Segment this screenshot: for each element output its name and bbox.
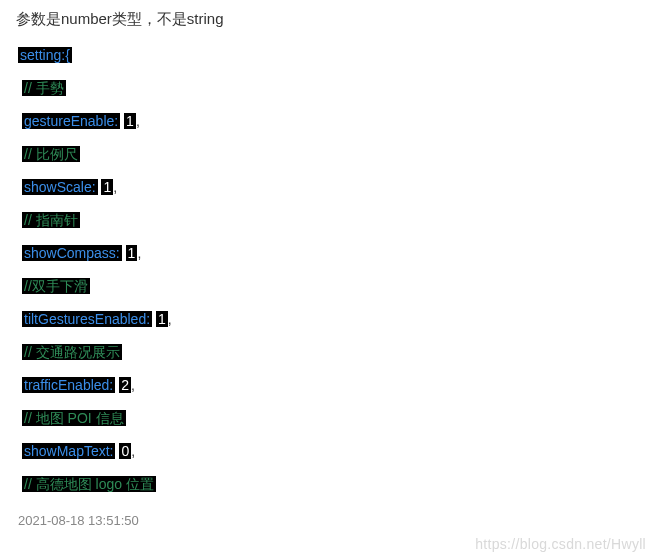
code-key: showMapText: [22, 443, 115, 459]
code-line: showScale: 1, [16, 177, 638, 198]
code-line: // 指南针 [16, 210, 638, 231]
code-value: 1 [156, 311, 168, 327]
code-value: 1 [126, 245, 138, 261]
code-line: // 高德地图 logo 位置 [16, 474, 638, 495]
code-comment: // 高德地图 logo 位置 [22, 476, 156, 492]
code-comment: // 比例尺 [22, 146, 80, 162]
code-value: 1 [101, 179, 113, 195]
code-line: tiltGesturesEnabled: 1, [16, 309, 638, 330]
code-key: trafficEnabled: [22, 377, 115, 393]
code-line: // 地图 POI 信息 [16, 408, 638, 429]
code-key: showCompass: [22, 245, 122, 261]
code-comment: // 指南针 [22, 212, 80, 228]
code-value: 1 [124, 113, 136, 129]
code-comment: // 地图 POI 信息 [22, 410, 126, 426]
code-line: // 比例尺 [16, 144, 638, 165]
code-line: //双手下滑 [16, 276, 638, 297]
code-value: 2 [119, 377, 131, 393]
code-comment: //双手下滑 [22, 278, 90, 294]
code-key: showScale: [22, 179, 98, 195]
code-line: trafficEnabled: 2, [16, 375, 638, 396]
code-comment: // 交通路况展示 [22, 344, 122, 360]
watermark: https://blog.csdn.net/Hwyll [475, 536, 646, 552]
code-line: // 交通路况展示 [16, 342, 638, 363]
code-value: 0 [119, 443, 131, 459]
timestamp: 2021-08-18 13:51:50 [16, 513, 638, 528]
code-key: tiltGesturesEnabled: [22, 311, 152, 327]
article-content: 参数是number类型，不是string setting:{ // 手勢 ges… [0, 0, 654, 536]
code-line: showCompass: 1, [16, 243, 638, 264]
code-line: showMapText: 0, [16, 441, 638, 462]
code-block: setting:{ // 手勢 gestureEnable: 1, // 比例尺… [16, 45, 638, 495]
heading: 参数是number类型，不是string [16, 10, 638, 29]
code-key: gestureEnable: [22, 113, 120, 129]
code-line-open: setting:{ [16, 45, 638, 66]
code-line: // 手勢 [16, 78, 638, 99]
code-line: gestureEnable: 1, [16, 111, 638, 132]
code-comment: // 手勢 [22, 80, 66, 96]
code-key: setting:{ [18, 47, 72, 63]
